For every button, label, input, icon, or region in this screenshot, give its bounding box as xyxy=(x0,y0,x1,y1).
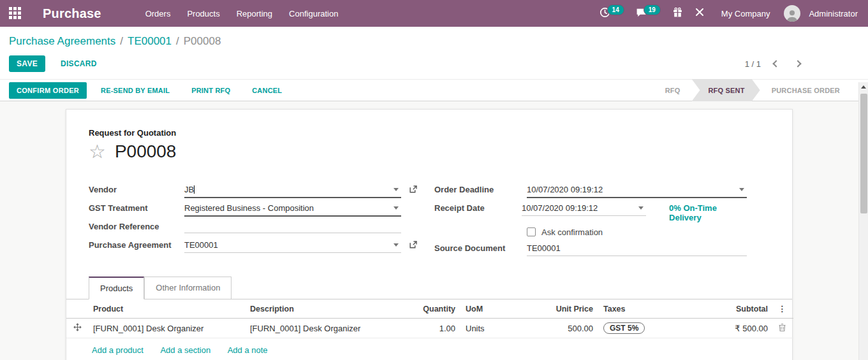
receipt-dropdown-caret[interactable] xyxy=(638,206,644,210)
col-product[interactable]: Product xyxy=(88,299,245,319)
notebook-tabs: Products Other Information xyxy=(66,276,792,299)
activities-button[interactable]: 14 xyxy=(596,4,628,23)
control-buttons: SAVE DISCARD 1 / 1 xyxy=(9,55,859,72)
col-quantity[interactable]: Quantity xyxy=(406,299,460,319)
agreement-external-link-icon[interactable] xyxy=(409,240,418,251)
source-document-field[interactable]: TE00001 xyxy=(527,241,747,256)
on-time-delivery-link[interactable]: 0% On-Time Delivery xyxy=(669,201,747,222)
user-menu[interactable]: Administrator xyxy=(809,9,858,18)
resend-by-email-button[interactable]: RE-SEND BY EMAIL xyxy=(93,82,177,99)
page: Purchase Orders Products Reporting Confi… xyxy=(0,0,868,360)
cancel-button[interactable]: CANCEL xyxy=(244,82,290,99)
ask-confirmation-checkbox[interactable] xyxy=(527,227,536,236)
print-rfq-button[interactable]: PRINT RFQ xyxy=(184,82,238,99)
add-a-section-link[interactable]: Add a section xyxy=(160,345,210,355)
col-taxes[interactable]: Taxes xyxy=(598,299,700,319)
col-description[interactable]: Description xyxy=(245,299,406,319)
cell-taxes[interactable]: GST 5% xyxy=(598,319,700,338)
tab-products[interactable]: Products xyxy=(89,277,144,299)
gift-button[interactable] xyxy=(668,4,687,23)
column-options-button[interactable]: ⋮ xyxy=(773,299,793,319)
message-count-badge: 19 xyxy=(644,4,661,15)
confirm-order-button[interactable]: CONFIRM ORDER xyxy=(9,82,87,99)
breadcrumb-te00001[interactable]: TE00001 xyxy=(128,35,172,47)
gift-icon xyxy=(672,7,683,20)
text-cursor xyxy=(194,185,195,194)
menu-configuration[interactable]: Configuration xyxy=(282,5,345,22)
main-menu: Orders Products Reporting Configuration xyxy=(138,5,346,22)
order-deadline-label: Order Deadline xyxy=(434,182,527,194)
vendor-reference-field[interactable] xyxy=(184,219,401,233)
app-title[interactable]: Purchase xyxy=(43,6,101,21)
status-step-rfq[interactable]: RFQ xyxy=(654,79,692,101)
vendor-field[interactable]: JB xyxy=(184,182,401,198)
discard-button[interactable]: DISCARD xyxy=(53,55,105,72)
tax-badge[interactable]: GST 5% xyxy=(603,322,645,334)
purchase-agreement-label: Purchase Agreement xyxy=(89,238,184,250)
add-a-note-link[interactable]: Add a note xyxy=(228,345,268,355)
vendor-external-link-icon[interactable] xyxy=(409,185,418,196)
content-area: Request for Quotation ☆ P00008 Vendor JB xyxy=(0,101,868,360)
add-a-product-link[interactable]: Add a product xyxy=(92,345,143,355)
receipt-date-field[interactable]: 10/07/2020 09:19:12 xyxy=(522,201,646,216)
apps-menu-icon[interactable] xyxy=(9,7,22,20)
debug-tools-button[interactable] xyxy=(691,4,709,22)
gst-treatment-select[interactable]: Registered Business - Composition xyxy=(184,201,401,217)
purchase-agreement-field[interactable]: TE00001 xyxy=(184,238,401,253)
breadcrumb-current: P00008 xyxy=(184,35,221,47)
control-panel: Purchase Agreements/TE00001/P00008 SAVE … xyxy=(0,27,868,79)
messages-button[interactable]: 19 xyxy=(632,4,665,23)
scrollbar-thumb[interactable] xyxy=(860,94,867,213)
cell-uom[interactable]: Units xyxy=(460,319,524,338)
table-header-row: Product Description Quantity UoM Unit Pr… xyxy=(66,299,793,319)
pager-previous-button[interactable] xyxy=(772,60,779,67)
form-sheet: Request for Quotation ☆ P00008 Vendor JB xyxy=(66,109,793,360)
cell-description[interactable]: [FURN_0001] Desk Organizer xyxy=(245,319,406,338)
status-step-purchase-order[interactable]: PURCHASE ORDER xyxy=(760,79,851,101)
vendor-reference-label: Vendor Reference xyxy=(89,219,184,231)
order-deadline-field[interactable]: 10/07/2020 09:19:12 xyxy=(527,182,747,198)
cell-quantity[interactable]: 1.00 xyxy=(406,319,460,338)
vertical-scrollbar[interactable] xyxy=(858,82,868,360)
document-name: P00008 xyxy=(115,141,177,162)
drag-handle-icon[interactable] xyxy=(66,319,88,338)
tab-other-information[interactable]: Other Information xyxy=(144,277,232,299)
source-document-label: Source Document xyxy=(434,241,527,253)
save-button[interactable]: SAVE xyxy=(9,55,45,72)
menu-products[interactable]: Products xyxy=(180,5,226,22)
col-uom[interactable]: UoM xyxy=(460,299,524,319)
tools-icon xyxy=(695,7,705,20)
navbar-right: 14 19 My Company Admi xyxy=(596,4,868,23)
breadcrumb: Purchase Agreements/TE00001/P00008 xyxy=(9,35,859,48)
top-navbar: Purchase Orders Products Reporting Confi… xyxy=(0,0,868,27)
field-grid: Vendor JB GST Treatment xyxy=(89,182,770,259)
list-add-links: Add a product Add a section Add a note xyxy=(66,338,792,360)
deadline-dropdown-caret[interactable] xyxy=(739,188,744,191)
receipt-date-label: Receipt Date xyxy=(434,201,522,213)
pager-next-button[interactable] xyxy=(794,60,801,67)
pager-counter: 1 / 1 xyxy=(745,59,761,69)
cell-subtotal: ₹ 500.00 xyxy=(700,319,773,338)
col-unit-price[interactable]: Unit Price xyxy=(524,299,598,319)
company-switcher[interactable]: My Company xyxy=(721,9,770,18)
favorite-star-icon[interactable]: ☆ xyxy=(89,142,106,161)
activity-count-badge: 14 xyxy=(607,4,624,15)
status-step-rfq-sent[interactable]: RFQ SENT xyxy=(691,79,760,101)
vendor-dropdown-caret[interactable] xyxy=(394,188,399,191)
agreement-dropdown-caret[interactable] xyxy=(394,243,399,247)
statusbar: RFQ RFQ SENT PURCHASE ORDER xyxy=(654,79,868,101)
scrollbar-up-arrow[interactable] xyxy=(859,82,868,92)
vendor-label: Vendor xyxy=(89,182,184,194)
cell-product[interactable]: [FURN_0001] Desk Organizer xyxy=(88,319,245,338)
menu-reporting[interactable]: Reporting xyxy=(230,5,279,22)
cell-unit-price[interactable]: 500.00 xyxy=(524,319,598,338)
user-avatar[interactable] xyxy=(784,5,800,22)
breadcrumb-purchase-agreements[interactable]: Purchase Agreements xyxy=(9,35,115,47)
order-lines-table: Product Description Quantity UoM Unit Pr… xyxy=(66,299,793,338)
pager: 1 / 1 xyxy=(745,59,859,69)
table-row[interactable]: [FURN_0001] Desk Organizer [FURN_0001] D… xyxy=(66,319,793,338)
gst-dropdown-caret[interactable] xyxy=(394,206,399,210)
delete-row-icon[interactable] xyxy=(773,319,793,338)
col-subtotal[interactable]: Subtotal xyxy=(700,299,773,319)
menu-orders[interactable]: Orders xyxy=(138,5,178,22)
